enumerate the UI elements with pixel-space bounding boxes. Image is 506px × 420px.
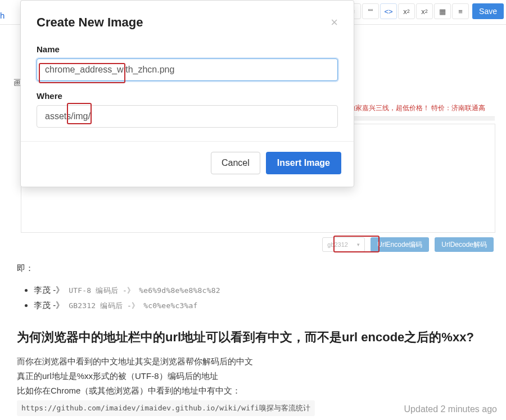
where-input[interactable] <box>37 105 338 128</box>
modal-title: Create New Image <box>37 15 143 30</box>
create-image-modal: Create New Image × Name Where Cancel Ins… <box>20 0 354 187</box>
name-input[interactable] <box>37 58 338 81</box>
name-label: Name <box>37 44 338 54</box>
insert-image-button[interactable]: Insert Image <box>266 152 341 174</box>
close-icon[interactable]: × <box>331 15 338 30</box>
cancel-button[interactable]: Cancel <box>211 152 260 174</box>
where-label: Where <box>37 91 338 101</box>
